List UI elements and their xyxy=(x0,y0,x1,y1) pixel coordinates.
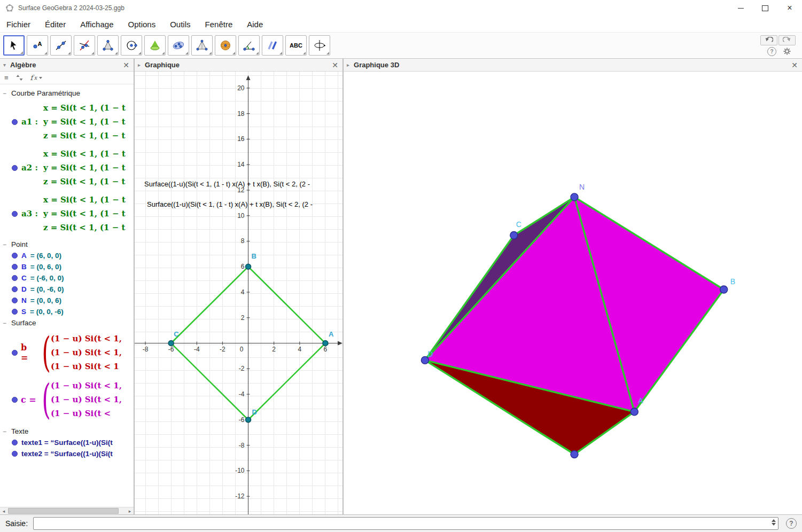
input-help-icon[interactable]: ? xyxy=(786,518,797,529)
graph2d-close-icon[interactable]: ✕ xyxy=(331,61,339,69)
point-N[interactable] xyxy=(571,193,578,201)
menu-aide[interactable]: Aide xyxy=(247,20,263,29)
algebra-fx-menu[interactable]: fx xyxy=(30,74,42,82)
curve-a2-row[interactable]: a2 : x = Si(t < 1, (1 − t y = Si(t < 1, … xyxy=(0,147,134,189)
point-D[interactable] xyxy=(421,356,429,364)
object-visibility-dot[interactable] xyxy=(12,264,18,270)
close-button[interactable]: × xyxy=(777,0,802,16)
spinner-down-icon[interactable] xyxy=(772,523,776,526)
tool-circle[interactable] xyxy=(121,35,142,56)
tool-move[interactable] xyxy=(3,35,25,56)
point-row-N[interactable]: N = (0, 0, 6) xyxy=(0,295,134,306)
menu-fichier[interactable]: Fichier xyxy=(6,20,30,29)
graph3d-close-icon[interactable]: ✕ xyxy=(790,61,799,69)
curve-a1-row[interactable]: a1 : x = Si(t < 1, (1 − t y = Si(t < 1, … xyxy=(0,101,134,143)
object-visibility-dot[interactable] xyxy=(12,119,18,125)
object-visibility-dot[interactable] xyxy=(12,440,18,445)
texte1-row[interactable]: texte1 = “Surface((1-u)(Si(t xyxy=(0,437,134,448)
tool-text[interactable]: ABC xyxy=(285,35,307,56)
object-visibility-dot[interactable] xyxy=(12,165,18,171)
scrollbar-track[interactable] xyxy=(7,507,126,514)
undo-button[interactable] xyxy=(760,35,777,45)
panel-menu-icon[interactable]: ▾ xyxy=(3,62,6,68)
tool-pyramid[interactable] xyxy=(191,35,213,56)
texte2-object[interactable]: Surface((1-u)(Si(t < 1, (1 - t) x(A) + t… xyxy=(147,200,313,208)
collapse-icon[interactable]: − xyxy=(3,90,7,97)
menu-affichage[interactable]: Affichage xyxy=(80,20,113,29)
tool-point[interactable]: A xyxy=(27,35,48,56)
point-row-D[interactable]: D = (0, -6, 0) xyxy=(0,284,134,295)
tool-surface-of-revolution[interactable] xyxy=(144,35,166,56)
tool-dropdown-arrow[interactable] xyxy=(162,52,165,54)
help-icon[interactable]: ? xyxy=(767,47,776,56)
spinner-up-icon[interactable] xyxy=(772,519,776,522)
section-points[interactable]: − Point xyxy=(0,239,134,250)
point-B[interactable] xyxy=(720,286,728,293)
menu-outils[interactable]: Outils xyxy=(170,20,190,29)
point-row-S[interactable]: S = (0, 0, -6) xyxy=(0,306,134,317)
panel-menu-icon[interactable]: ▸ xyxy=(138,62,141,68)
collapse-icon[interactable]: − xyxy=(3,241,7,248)
algebra-close-icon[interactable]: ✕ xyxy=(122,61,130,69)
section-surfaces[interactable]: − Surface xyxy=(0,317,134,328)
point-B[interactable] xyxy=(246,264,251,269)
point-A[interactable] xyxy=(323,341,328,346)
tool-dropdown-arrow[interactable] xyxy=(20,51,23,54)
collapse-icon[interactable]: − xyxy=(3,428,7,435)
tool-dropdown-arrow[interactable] xyxy=(91,52,94,54)
object-visibility-dot[interactable] xyxy=(12,275,18,281)
section-texts[interactable]: − Texte xyxy=(0,426,134,437)
tool-plane[interactable] xyxy=(168,35,189,56)
surface-b-row[interactable]: b = ( (1 − u) Si(t < 1, (1 − u) Si(t < 1… xyxy=(0,332,134,373)
scrollbar-left-arrow[interactable]: ◂ xyxy=(0,507,7,514)
tool-dropdown-arrow[interactable] xyxy=(185,52,188,54)
curve-a3-row[interactable]: a3 : x = Si(t < 1, (1 − t y = Si(t < 1, … xyxy=(0,193,134,234)
point-row-A[interactable]: A = (6, 0, 0) xyxy=(0,250,134,261)
point-C[interactable] xyxy=(510,232,518,239)
point-row-C[interactable]: C = (-6, 0, 0) xyxy=(0,272,134,284)
menu-editer[interactable]: Éditer xyxy=(45,20,66,29)
graph2d-canvas[interactable]: -8 -6 -4 -2 0 2 4 6 xyxy=(135,72,342,514)
section-curves[interactable]: − Courbe Paramétrique xyxy=(0,88,134,99)
tool-dropdown-arrow[interactable] xyxy=(256,52,259,54)
scrollbar-thumb[interactable] xyxy=(8,508,119,514)
minimize-button[interactable] xyxy=(728,0,753,16)
object-visibility-dot[interactable] xyxy=(12,298,18,303)
texte2-row[interactable]: texte2 = “Surface((1-u)(Si(t xyxy=(0,448,134,459)
texte1-object[interactable]: Surface((1-u)(Si(t < 1, (1 - t) x(A) + t… xyxy=(144,180,310,188)
tool-line[interactable] xyxy=(50,35,72,56)
input-history-spinner[interactable] xyxy=(772,519,776,526)
object-visibility-dot[interactable] xyxy=(12,451,18,457)
object-visibility-dot[interactable] xyxy=(12,211,18,217)
tool-dropdown-arrow[interactable] xyxy=(44,52,47,54)
tool-dropdown-arrow[interactable] xyxy=(279,52,282,54)
point-A[interactable] xyxy=(630,408,638,416)
tool-dropdown-arrow[interactable] xyxy=(115,52,118,54)
tool-rotate-3d-view[interactable] xyxy=(309,35,330,56)
point-S[interactable] xyxy=(571,451,578,458)
point-D[interactable] xyxy=(246,417,251,423)
algebra-horizontal-scrollbar[interactable]: ◂ ▸ xyxy=(0,507,134,514)
panel-menu-icon[interactable]: ▸ xyxy=(347,62,349,68)
settings-gear-icon[interactable] xyxy=(783,47,791,56)
collapse-icon[interactable]: − xyxy=(3,320,7,326)
tool-angle[interactable] xyxy=(238,35,260,56)
surface-c-row[interactable]: c = ( (1 − u) Si(t < 1, (1 − u) Si(t < 1… xyxy=(0,379,134,420)
graph3d-canvas[interactable]: D N C B A xyxy=(344,72,802,514)
menu-options[interactable]: Options xyxy=(128,20,155,29)
tool-perpendicular-line[interactable] xyxy=(74,35,95,56)
algebra-sort-icon[interactable] xyxy=(16,74,23,81)
point-row-B[interactable]: B = (0, 6, 0) xyxy=(0,261,134,272)
maximize-button[interactable] xyxy=(753,0,777,16)
object-visibility-dot[interactable] xyxy=(12,309,18,315)
scrollbar-right-arrow[interactable]: ▸ xyxy=(126,507,134,514)
tool-dropdown-arrow[interactable] xyxy=(138,52,141,54)
tool-transform[interactable] xyxy=(262,35,283,56)
tool-dropdown-arrow[interactable] xyxy=(209,52,212,54)
object-visibility-dot[interactable] xyxy=(12,397,18,403)
object-visibility-dot[interactable] xyxy=(12,286,18,292)
saisie-input[interactable] xyxy=(33,517,778,530)
algebra-list-icon[interactable]: ≡ xyxy=(4,74,9,82)
tool-sphere[interactable] xyxy=(215,35,236,56)
tool-dropdown-arrow[interactable] xyxy=(68,52,71,54)
